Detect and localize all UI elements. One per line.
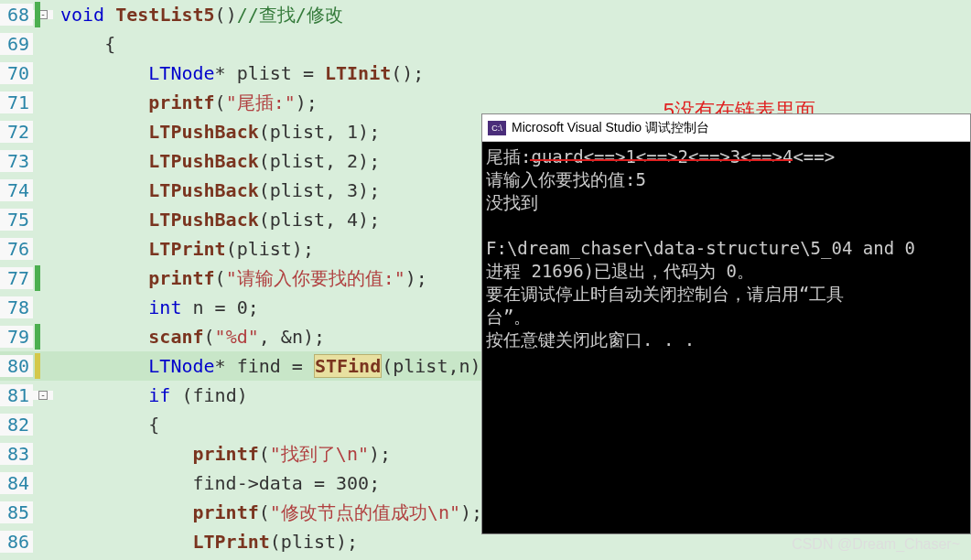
line-number: 85: [0, 501, 33, 523]
console-output: 尾插:guard<==>1<==>2<==>3<==>4<==> 请输入你要找的…: [482, 142, 970, 355]
underline-annotation: [530, 159, 793, 161]
line-number: 83: [0, 443, 33, 465]
code-content[interactable]: printf("找到了\n");: [53, 442, 391, 467]
gutter: -: [33, 391, 53, 400]
code-content[interactable]: if (find): [53, 384, 248, 406]
line-number: 82: [0, 414, 33, 436]
line-number: 84: [0, 472, 33, 494]
console-icon: C:\: [488, 121, 506, 135]
line-number: 73: [0, 150, 33, 172]
code-line[interactable]: 87 }: [0, 556, 971, 560]
fold-toggle[interactable]: -: [38, 391, 48, 400]
console-title-text: Microsoft Visual Studio 调试控制台: [512, 120, 709, 136]
code-content[interactable]: LTPushBack(plist, 3);: [53, 179, 380, 201]
code-content[interactable]: scanf("%d", &n);: [53, 326, 325, 348]
line-number: 72: [0, 121, 33, 143]
code-content[interactable]: LTPushBack(plist, 1);: [53, 121, 380, 143]
line-number: 70: [0, 62, 33, 84]
console-titlebar[interactable]: C:\ Microsoft Visual Studio 调试控制台: [482, 114, 970, 142]
code-content[interactable]: printf("尾插:");: [53, 91, 318, 115]
code-line[interactable]: 70 LTNode* plist = LTInit();: [0, 59, 971, 88]
line-number: 74: [0, 179, 33, 201]
code-content[interactable]: find->data = 300;: [53, 472, 380, 494]
line-number: 76: [0, 238, 33, 260]
code-line[interactable]: 68-void TestList5()//查找/修改: [0, 0, 971, 29]
code-content[interactable]: LTNode* find = STFind(plist,n);: [53, 355, 492, 377]
code-content[interactable]: LTPushBack(plist, 2);: [53, 150, 380, 172]
change-marker: [35, 265, 40, 291]
watermark: CSDN @Dream_Chaser~: [792, 536, 960, 553]
line-number: 75: [0, 209, 33, 231]
line-number: 68: [0, 4, 33, 26]
line-number: 71: [0, 92, 33, 113]
line-number: 77: [0, 267, 33, 289]
line-number: 79: [0, 326, 33, 348]
code-content[interactable]: LTNode* plist = LTInit();: [53, 62, 424, 84]
line-number: 86: [0, 531, 33, 553]
code-content[interactable]: LTPrint(plist);: [53, 531, 358, 553]
line-number: 81: [0, 384, 33, 406]
code-line[interactable]: 69 {: [0, 29, 971, 59]
code-content[interactable]: printf("修改节点的值成功\n");: [53, 501, 482, 525]
code-content[interactable]: {: [53, 414, 159, 436]
code-content[interactable]: int n = 0;: [53, 296, 259, 318]
gutter: -: [33, 10, 53, 19]
code-content[interactable]: printf("请输入你要找的值:");: [53, 266, 427, 291]
line-number: 78: [0, 296, 33, 318]
code-content[interactable]: void TestList5()//查找/修改: [53, 3, 343, 27]
code-content[interactable]: LTPushBack(plist, 4);: [53, 209, 380, 231]
line-number: 80: [0, 355, 33, 377]
change-marker: [35, 2, 40, 27]
change-marker: [35, 353, 40, 379]
code-content[interactable]: {: [53, 33, 115, 55]
code-content[interactable]: LTPrint(plist);: [53, 238, 314, 260]
change-marker: [35, 324, 40, 350]
console-window: C:\ Microsoft Visual Studio 调试控制台 尾插:gua…: [481, 113, 971, 534]
line-number: 69: [0, 33, 33, 55]
